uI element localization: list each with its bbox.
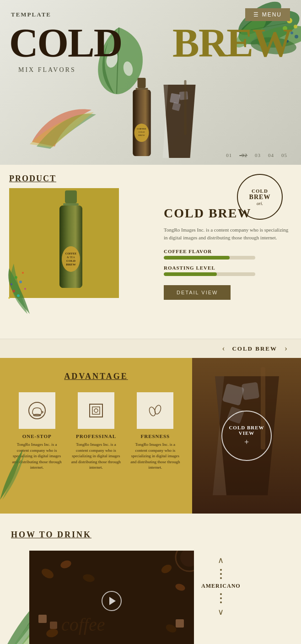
product-leaf bbox=[0, 254, 59, 314]
how-video-area[interactable]: coffee bbox=[29, 551, 194, 644]
product-description: TongRo Images Inc. is a content company … bbox=[164, 226, 292, 241]
view-btn-text1: COLD BREW bbox=[229, 425, 264, 430]
svg-text:COLD: COLD bbox=[66, 259, 75, 263]
hero-subtitle: MIX FLAVORS bbox=[18, 66, 76, 74]
svg-point-31 bbox=[24, 288, 26, 290]
svg-rect-36 bbox=[65, 190, 77, 203]
svg-point-28 bbox=[12, 290, 15, 292]
hero-leaf-colorful bbox=[27, 96, 101, 151]
svg-point-29 bbox=[19, 281, 22, 283]
prev-product-arrow[interactable]: ‹ bbox=[222, 344, 225, 353]
advantage-icon-box-0 bbox=[19, 392, 55, 429]
product-section: COLD BREW ori. PRODUCT bbox=[0, 165, 301, 339]
cup-icon bbox=[27, 400, 47, 421]
how-nav: ∧ AMERICANO ∨ bbox=[201, 551, 241, 617]
svg-rect-37 bbox=[63, 203, 79, 206]
svg-rect-67 bbox=[50, 622, 57, 629]
how-nav-label: AMERICANO bbox=[201, 583, 241, 590]
svg-point-35 bbox=[17, 294, 20, 297]
product-title: COLD BREW bbox=[164, 206, 292, 221]
advantage-desc-1: TongRo Images Inc. is a content company … bbox=[71, 442, 121, 471]
advantage-icons-row: ONE-STOP TongRo Images Inc. is a content… bbox=[11, 392, 181, 471]
video-play-button[interactable] bbox=[102, 591, 122, 611]
svg-rect-66 bbox=[38, 615, 47, 623]
bean-icon bbox=[145, 400, 165, 421]
product-section-label: PRODUCT bbox=[9, 174, 137, 184]
menu-icon: ☰ bbox=[253, 11, 259, 18]
site-logo: TEMPLATE bbox=[11, 11, 51, 18]
top-nav: TEMPLATE ☰ MENU bbox=[0, 0, 301, 29]
svg-rect-19 bbox=[133, 90, 151, 156]
advantage-right-panel: COLD BREW VIEW + bbox=[192, 358, 301, 514]
advantage-title: ADVANTAGE bbox=[11, 372, 181, 381]
nav-dot-4 bbox=[220, 593, 222, 595]
product-left-panel: PRODUCT bbox=[9, 174, 137, 305]
svg-point-49 bbox=[94, 409, 98, 412]
nav-dot-3 bbox=[220, 577, 222, 579]
advantage-icon-box-1 bbox=[78, 392, 114, 429]
play-triangle bbox=[109, 597, 116, 605]
coffee-flavor-label: COFFEE FLAVOR bbox=[164, 249, 292, 254]
svg-point-51 bbox=[154, 405, 162, 415]
svg-text:coffee: coffee bbox=[61, 614, 105, 635]
svg-text:COLD: COLD bbox=[139, 131, 145, 133]
svg-point-30 bbox=[8, 297, 10, 299]
page-04[interactable]: 04 bbox=[268, 152, 274, 158]
svg-rect-24 bbox=[170, 93, 180, 103]
view-btn-plus: + bbox=[244, 438, 249, 447]
badge-line2: BREW bbox=[249, 194, 271, 201]
advantage-section: ADVANTAGE ONE-STOP TongRo Images Inc. is… bbox=[0, 358, 301, 514]
menu-button[interactable]: ☰ MENU bbox=[245, 8, 290, 21]
product-nav-strip: ‹ COLD BREW › bbox=[0, 339, 301, 358]
how-up-arrow[interactable]: ∧ bbox=[218, 555, 224, 565]
svg-text:BREW: BREW bbox=[66, 263, 75, 266]
svg-rect-17 bbox=[136, 88, 148, 90]
hero-pagination: 01 -02 03 04 05 bbox=[226, 152, 287, 158]
advantage-leaf-left bbox=[0, 445, 25, 500]
hero-glass bbox=[159, 80, 200, 160]
coffee-flavor-bar bbox=[164, 256, 255, 260]
svg-rect-25 bbox=[179, 91, 188, 100]
page-02[interactable]: -02 bbox=[239, 152, 247, 158]
nav-dot-1 bbox=[220, 569, 222, 571]
how-to-drink-section: HOW TO DRINK bbox=[0, 514, 301, 644]
detail-view-button[interactable]: DETAIL VIEW bbox=[164, 285, 231, 300]
hero-section: TEMPLATE ☰ MENU COLD BREW MIX FLAVORS bbox=[0, 0, 301, 165]
advantage-item-1: PROFESSINAL TongRo Images Inc. is a cont… bbox=[71, 392, 121, 471]
page-05[interactable]: 05 bbox=[281, 152, 287, 158]
advantage-left-panel: ADVANTAGE ONE-STOP TongRo Images Inc. is… bbox=[0, 358, 192, 514]
how-content-row: coffee ∧ AMERICANO ∨ bbox=[29, 551, 290, 644]
nav-dot-6 bbox=[220, 601, 222, 603]
svg-rect-68 bbox=[176, 619, 184, 628]
nav-dot-5 bbox=[220, 597, 222, 599]
badge-line3: ori. bbox=[257, 201, 263, 206]
roasting-level-label: ROASTING LEVEL bbox=[164, 265, 292, 271]
svg-point-11 bbox=[295, 35, 298, 38]
svg-point-50 bbox=[148, 406, 156, 417]
svg-point-34 bbox=[11, 283, 12, 285]
roasting-level-bar bbox=[164, 272, 255, 276]
page-03[interactable]: 03 bbox=[255, 152, 261, 158]
roasting-level-fill bbox=[164, 272, 217, 276]
cold-brew-view-btn[interactable]: COLD BREW VIEW + bbox=[221, 411, 272, 461]
page-01[interactable]: 01 bbox=[226, 152, 232, 158]
advantage-icon-box-2 bbox=[137, 392, 173, 429]
svg-rect-48 bbox=[92, 407, 100, 414]
svg-point-33 bbox=[22, 272, 24, 274]
svg-rect-47 bbox=[90, 404, 102, 417]
svg-rect-27 bbox=[184, 80, 187, 135]
nav-dot-2 bbox=[220, 573, 222, 575]
product-image-area: COFFEE & TEA COLD BREW bbox=[9, 188, 119, 305]
product-right-panel: COLD BREW TongRo Images Inc. is a conten… bbox=[164, 206, 292, 300]
hero-bottle: COFFEE COLD BREW bbox=[129, 78, 155, 160]
how-nav-dots-2 bbox=[220, 593, 222, 603]
svg-text:COFFEE: COFFEE bbox=[137, 128, 146, 130]
badge-line1: COLD bbox=[252, 188, 268, 194]
view-btn-text2: VIEW bbox=[239, 430, 255, 436]
svg-rect-16 bbox=[138, 78, 146, 88]
how-down-arrow[interactable]: ∨ bbox=[218, 607, 224, 617]
next-product-arrow[interactable]: › bbox=[285, 344, 287, 353]
coffee-flavor-fill bbox=[164, 256, 230, 260]
product-bottle: COFFEE & TEA COLD BREW bbox=[55, 190, 87, 291]
advantage-item-2: FRESNESS TongRo Images Inc. is a content… bbox=[130, 392, 180, 471]
